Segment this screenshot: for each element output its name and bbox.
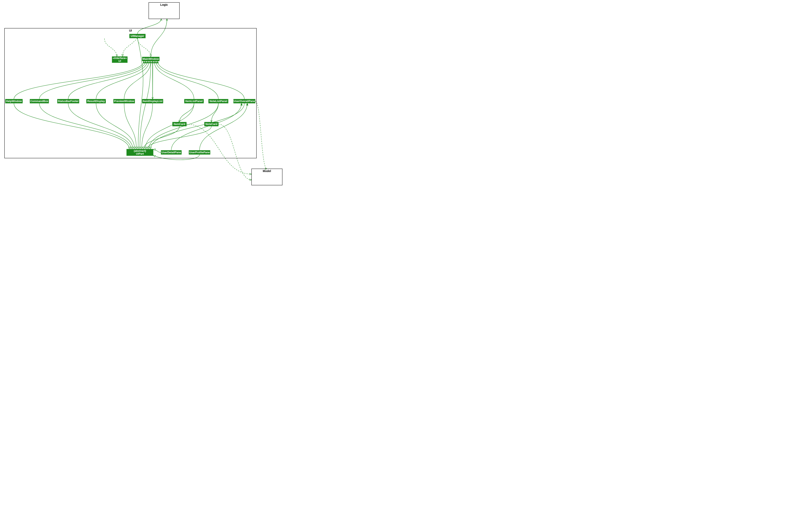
class-stereotype: {abstract} (134, 149, 146, 152)
edge-previewwindow-to-mainwindow (124, 61, 151, 99)
edge-uimanager-to-ui (123, 38, 138, 57)
edge-itemcard-to-model (186, 124, 252, 174)
class-label: UserProfilePane (189, 151, 210, 154)
class-label: UiPart (136, 152, 144, 155)
edge-mainwindow-to-uipart (140, 61, 151, 149)
edge-mainwindow-to-logic (151, 19, 167, 57)
class-uipart: {abstract}UiPart (126, 149, 153, 156)
class-useroverallpane: UserOverallPane (234, 99, 255, 103)
uml-class-diagram: LogicUIModelUiManager«Interface»UiMainWi… (0, 0, 299, 188)
edge-notelistpanel-to-mainwindow (156, 61, 219, 99)
edge-previewwindow-to-uipart (124, 103, 137, 149)
class-label: ResultDisplay (87, 99, 105, 102)
class-userprofilepane: UserProfilePane (189, 150, 210, 154)
class-label: HelpWindow (6, 99, 22, 102)
class-commandbox: CommandBox (30, 99, 49, 103)
edge-commandbox-to-mainwindow (39, 61, 146, 99)
class-userdetailpane: UserDetailPane (161, 150, 181, 154)
class-label: NoteCard (205, 122, 218, 125)
class-label: ItemCard (174, 122, 185, 125)
package-ui: UI (4, 28, 257, 158)
node-layer: LogicUIModelUiManager«Interface»UiMainWi… (4, 2, 282, 185)
edge-itemcard-to-uipart (143, 126, 179, 149)
class-ui: «Interface»Ui (112, 57, 127, 63)
class-label: UserOverallPane (234, 99, 255, 102)
class-statusbarfooter: StatusBarFooter (57, 99, 79, 103)
class-stereotype: «Interface» (113, 57, 127, 60)
edge-notecard-to-model (219, 124, 252, 180)
class-previewwindow: PreviewWindow (114, 99, 135, 103)
edge-resultdisplay-to-mainwindow (96, 61, 149, 99)
edge-useroverallpane-to-uipart (150, 103, 244, 149)
package-label: UI (129, 29, 132, 32)
class-uimanager: UiManager (129, 34, 145, 38)
class-helpwindow: HelpWindow (5, 99, 23, 103)
class-notecard: NoteCard (204, 122, 219, 126)
class-label: CommandBox (30, 99, 49, 102)
edge-uimanager-to-logic (138, 19, 161, 34)
class-mainwindow: MainWindow (142, 57, 160, 61)
class-label: PreviewWindow (114, 99, 135, 102)
edge-userprofilepane-to-uipart (153, 154, 200, 160)
package-logic: Logic (149, 2, 179, 19)
edge-userdetailpane-to-uipart (153, 150, 161, 152)
edge-extra1-to-ui (105, 38, 117, 57)
class-label: MainWindow (143, 57, 159, 60)
edge-itemdisplaylist-to-uipart (142, 103, 153, 149)
edge-uimanager-to-uipart (138, 38, 143, 149)
class-resultdisplay: ResultDisplay (86, 99, 106, 103)
class-label: ItemListPanel (185, 99, 203, 102)
class-label: NoteListPanel (209, 99, 227, 102)
class-itemdisplaylist: ItemDisplayList (142, 99, 163, 103)
class-label: ItemDisplayList (143, 99, 163, 102)
package-label: Logic (160, 3, 168, 6)
edge-helpwindow-to-mainwindow (14, 61, 144, 99)
edge-notecard-to-uipart (147, 126, 211, 149)
edge-useroverallpane-to-mainwindow (158, 61, 244, 99)
class-itemlistpanel: ItemListPanel (184, 99, 204, 103)
edge-statusbarfooter-to-uipart (68, 103, 133, 149)
class-label: StatusBarFooter (58, 99, 79, 102)
package-label: Model (263, 170, 271, 173)
edge-statusbarfooter-to-mainwindow (68, 61, 147, 99)
package-model: Model (252, 169, 282, 185)
edge-resultdisplay-to-uipart (96, 103, 135, 149)
class-label: UiManager (131, 34, 144, 37)
edge-itemlistpanel-to-mainwindow (154, 61, 194, 99)
svg-rect-1 (4, 28, 257, 158)
edge-commandbox-to-uipart (39, 103, 131, 149)
class-notelistpanel: NoteListPanel (208, 99, 228, 103)
class-label: Ui (118, 59, 121, 62)
edge-helpwindow-to-uipart (14, 103, 129, 149)
edge-itemlistpanel-to-itemcard (179, 103, 194, 122)
edge-notelistpanel-to-notecard (211, 103, 219, 122)
edge-itemlistpanel-to-uipart (145, 103, 194, 149)
class-label: UserDetailPane (162, 151, 181, 154)
edge-useroverallpane-to-model (255, 101, 267, 169)
class-itemcard: ItemCard (172, 122, 186, 126)
